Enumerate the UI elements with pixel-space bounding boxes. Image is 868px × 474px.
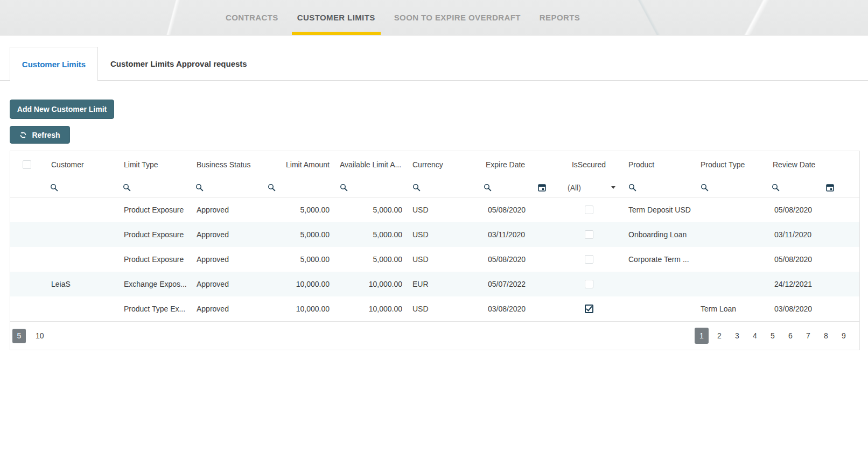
calendar-icon xyxy=(538,183,546,192)
tab-bar: Customer Limits Customer Limits Approval… xyxy=(0,47,868,81)
cell-expire-date: 03/11/2020 xyxy=(477,230,555,239)
column-header-available-limit[interactable]: Available Limit A... xyxy=(334,160,407,169)
tab-customer-limits[interactable]: Customer Limits xyxy=(10,47,98,81)
cell-expire-date: 05/07/2022 xyxy=(477,280,555,288)
select-all-checkbox[interactable] xyxy=(23,160,31,169)
filter-business-status[interactable] xyxy=(189,183,263,192)
cell-review-date: 24/12/2021 xyxy=(765,280,859,288)
cell-currency: USD xyxy=(407,206,477,214)
cell-business-status: Approved xyxy=(189,255,263,264)
filter-product[interactable] xyxy=(622,183,695,192)
is-secured-checkbox[interactable] xyxy=(585,230,593,239)
filter-review-date[interactable] xyxy=(765,183,859,192)
column-header-business-status[interactable]: Business Status xyxy=(189,160,263,169)
search-icon xyxy=(268,183,276,192)
column-header-review-date[interactable]: Review Date xyxy=(765,160,859,169)
nav-reports[interactable]: REPORTS xyxy=(534,0,585,35)
column-header-expire-date[interactable]: Expire Date xyxy=(477,160,555,169)
column-header-product[interactable]: Product xyxy=(622,160,695,169)
cell-currency: USD xyxy=(407,230,477,239)
cell-currency: USD xyxy=(407,255,477,264)
filter-is-secured-dropdown[interactable]: (All) xyxy=(555,183,622,192)
page-button-7[interactable]: 7 xyxy=(801,328,815,344)
is-secured-checkbox[interactable] xyxy=(585,305,593,313)
page-button-5[interactable]: 5 xyxy=(766,328,780,344)
active-nav-underline xyxy=(292,32,381,35)
column-header-customer[interactable]: Customer xyxy=(44,160,116,169)
cell-limit-type: Product Exposure xyxy=(116,255,189,264)
table-row[interactable]: Product Exposure Approved 5,000.00 5,000… xyxy=(10,247,859,272)
search-icon xyxy=(772,183,780,192)
cell-available-limit: 10,000.00 xyxy=(334,305,407,313)
cell-business-status: Approved xyxy=(189,305,263,313)
cell-currency: USD xyxy=(407,305,477,313)
table-row[interactable]: Product Exposure Approved 5,000.00 5,000… xyxy=(10,197,859,222)
cell-review-date: 05/08/2020 xyxy=(765,206,859,214)
column-header-limit-type[interactable]: Limit Type xyxy=(116,160,189,169)
cell-review-date: 03/08/2020 xyxy=(765,305,859,313)
table-row[interactable]: Product Type Ex... Approved 10,000.00 10… xyxy=(10,296,859,321)
page-button-1[interactable]: 1 xyxy=(695,328,709,344)
is-secured-checkbox[interactable] xyxy=(585,280,593,288)
column-header-product-type[interactable]: Product Type xyxy=(695,160,765,169)
filter-available-limit[interactable] xyxy=(334,183,407,192)
cell-limit-type: Product Type Ex... xyxy=(116,305,189,313)
tab-approval-requests[interactable]: Customer Limits Approval requests xyxy=(110,47,247,81)
search-icon xyxy=(628,183,636,192)
table-footer: 5 10 1 2 3 4 5 6 7 8 9 xyxy=(10,321,859,350)
search-icon xyxy=(701,183,709,192)
cell-limit-amount: 10,000.00 xyxy=(263,280,334,288)
page-button-3[interactable]: 3 xyxy=(730,328,744,344)
is-secured-checkbox[interactable] xyxy=(585,206,593,214)
filter-currency[interactable] xyxy=(407,183,477,192)
nav-contracts[interactable]: CONTRACTS xyxy=(220,0,284,35)
page-button-6[interactable]: 6 xyxy=(783,328,797,344)
cell-limit-type: Product Exposure xyxy=(116,230,189,239)
cell-review-date: 05/08/2020 xyxy=(765,255,859,264)
nav-customer-limits-label: CUSTOMER LIMITS xyxy=(297,13,375,22)
page-button-2[interactable]: 2 xyxy=(712,328,726,344)
column-header-is-secured[interactable]: IsSecured xyxy=(555,160,622,169)
filter-customer[interactable] xyxy=(44,183,116,192)
cell-product: Onboarding Loan xyxy=(622,230,695,239)
refresh-icon xyxy=(19,131,27,139)
table-row[interactable]: Product Exposure Approved 5,000.00 5,000… xyxy=(10,222,859,247)
page-size-10[interactable]: 10 xyxy=(33,329,47,343)
cell-limit-type: Product Exposure xyxy=(116,206,189,214)
nav-soon-to-expire-overdraft[interactable]: SOON TO EXPIRE OVERDRAFT xyxy=(389,0,526,35)
cell-business-status: Approved xyxy=(189,230,263,239)
cell-review-date: 03/11/2020 xyxy=(765,230,859,239)
page-size-5[interactable]: 5 xyxy=(12,329,26,343)
page-button-4[interactable]: 4 xyxy=(748,328,762,344)
search-icon xyxy=(340,183,348,192)
cell-expire-date: 05/08/2020 xyxy=(477,255,555,264)
column-header-limit-amount[interactable]: Limit Amount xyxy=(263,160,334,169)
filter-limit-type[interactable] xyxy=(116,183,189,192)
cell-limit-amount: 10,000.00 xyxy=(263,305,334,313)
filter-expire-date[interactable] xyxy=(477,183,555,192)
is-secured-checkbox[interactable] xyxy=(585,255,593,264)
page-button-8[interactable]: 8 xyxy=(819,328,833,344)
add-new-customer-limit-button[interactable]: Add New Customer Limit xyxy=(10,100,114,119)
page-navigation: 1 2 3 4 5 6 7 8 9 xyxy=(695,328,851,344)
column-header-currency[interactable]: Currency xyxy=(407,160,477,169)
cell-currency: EUR xyxy=(407,280,477,288)
page-button-9[interactable]: 9 xyxy=(837,328,851,344)
cell-available-limit: 10,000.00 xyxy=(334,280,407,288)
refresh-button[interactable]: Refresh xyxy=(10,126,70,144)
cell-expire-date: 03/08/2020 xyxy=(477,305,555,313)
filter-product-type[interactable] xyxy=(695,183,765,192)
top-navigation-bar: CONTRACTS CUSTOMER LIMITS SOON TO EXPIRE… xyxy=(0,0,868,36)
cell-available-limit: 5,000.00 xyxy=(334,230,407,239)
customer-limits-table: Customer Limit Type Business Status Limi… xyxy=(10,151,860,350)
nav-customer-limits[interactable]: CUSTOMER LIMITS xyxy=(292,0,381,35)
filter-limit-amount[interactable] xyxy=(263,183,334,192)
cell-product: Corporate Term ... xyxy=(622,255,695,264)
search-icon xyxy=(195,183,204,192)
is-secured-filter-value: (All) xyxy=(568,183,581,192)
search-icon xyxy=(50,183,58,192)
cell-available-limit: 5,000.00 xyxy=(334,255,407,264)
cell-business-status: Approved xyxy=(189,280,263,288)
cell-limit-amount: 5,000.00 xyxy=(263,206,334,214)
table-row[interactable]: LeiaS Exchange Expos... Approved 10,000.… xyxy=(10,272,859,296)
